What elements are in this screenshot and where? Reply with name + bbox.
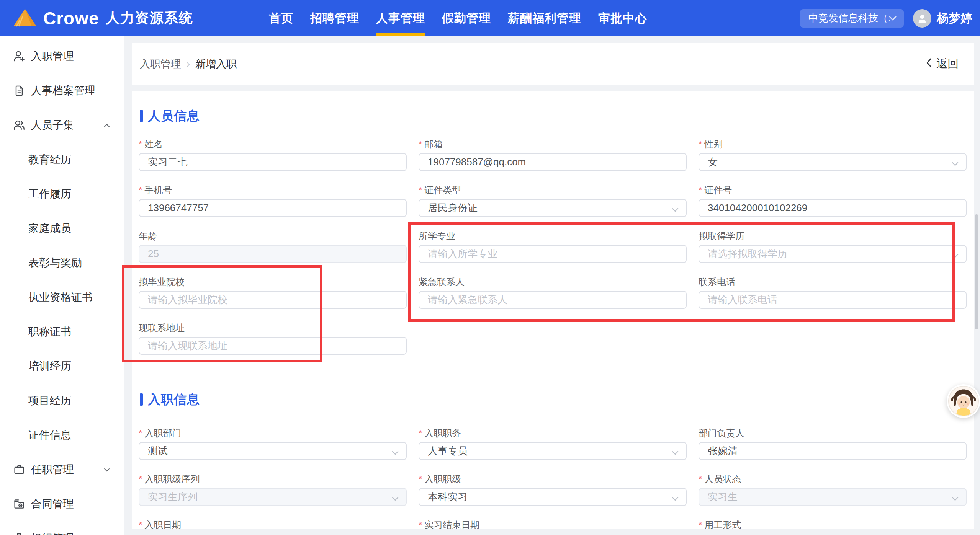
education-select[interactable]: 请选择拟取得学历 xyxy=(699,245,967,263)
sidebar-item-training[interactable]: 培训经历 xyxy=(0,349,124,383)
nav-item-recruit[interactable]: 招聘管理 xyxy=(310,0,359,36)
person-info-grid: *姓名 实习二七 *邮箱 1907798587@qq.com *性别 女 *手机… xyxy=(139,138,967,355)
sidebar-item-projects[interactable]: 项目经历 xyxy=(0,383,124,418)
sidebar-item-awards[interactable]: 表彰与奖励 xyxy=(0,246,124,280)
sidebar-item-education[interactable]: 教育经历 xyxy=(0,142,124,177)
back-button[interactable]: 返回 xyxy=(925,56,959,72)
address-input[interactable]: 请输入现联系地址 xyxy=(139,337,407,355)
sidebar-item-org-mgmt[interactable]: 组织管理 xyxy=(0,521,124,535)
section-title-onboard-info: 入职信息 xyxy=(140,391,967,408)
briefcase-icon xyxy=(13,463,26,476)
field-employment-type: *用工形式 xyxy=(699,519,967,529)
person-status-select: 实习生 xyxy=(699,488,967,506)
emergency-contact-input[interactable]: 请输入紧急联系人 xyxy=(419,291,687,309)
contact-phone-input[interactable]: 请输入联系电话 xyxy=(699,291,967,309)
topbar-right: 中竞发信息科技（... 杨梦婷 xyxy=(800,0,972,36)
company-select[interactable]: 中竞发信息科技（... xyxy=(800,9,904,28)
age-input: 25 xyxy=(139,245,407,263)
nav-item-compensation[interactable]: 薪酬福利管理 xyxy=(508,0,581,36)
chevron-down-icon xyxy=(392,494,399,501)
email-input[interactable]: 1907798587@qq.com xyxy=(419,153,687,171)
chevron-down-icon xyxy=(952,160,959,166)
manager-input[interactable]: 张婉清 xyxy=(699,442,967,460)
required-asterisk: * xyxy=(139,474,142,484)
field-name: *姓名 实习二七 xyxy=(139,138,407,171)
brand-logo: Crowe 人力资源系统 xyxy=(13,0,193,36)
assistant-avatar[interactable] xyxy=(947,384,980,418)
required-asterisk: * xyxy=(139,185,142,196)
company-name: 中竞发信息科技（... xyxy=(808,11,890,25)
level-select[interactable]: 本科实习 xyxy=(419,488,687,506)
cartoon-girl-icon xyxy=(947,385,980,417)
document-icon xyxy=(13,84,26,97)
field-phone: *手机号 13966747757 xyxy=(139,184,407,217)
sidebar-item-certificates[interactable]: 证件信息 xyxy=(0,418,124,452)
required-asterisk: * xyxy=(699,474,702,484)
user-add-icon xyxy=(13,50,26,63)
sidebar-item-practice-cert[interactable]: 执业资格证书 xyxy=(0,280,124,315)
nav-item-personnel[interactable]: 人事管理 xyxy=(376,0,425,36)
sidebar-item-work-history[interactable]: 工作履历 xyxy=(0,177,124,211)
sidebar-item-contract-mgmt[interactable]: 合同管理 xyxy=(0,487,124,521)
chevron-left-icon xyxy=(925,58,933,70)
contract-icon xyxy=(13,497,26,511)
nav-item-attendance[interactable]: 假勤管理 xyxy=(442,0,491,36)
field-education: 拟取得学历 请选择拟取得学历 xyxy=(699,230,967,263)
level-sequence-select: 实习生序列 xyxy=(139,488,407,506)
chevron-down-icon xyxy=(672,494,679,501)
sidebar-item-hr-archives[interactable]: 人事档案管理 xyxy=(0,73,124,108)
field-internship-end-date: *实习结束日期 xyxy=(419,519,687,529)
department-select[interactable]: 测试 xyxy=(139,442,407,460)
required-asterisk: * xyxy=(699,139,702,150)
field-email: *邮箱 1907798587@qq.com xyxy=(419,138,687,171)
sidebar: 入职管理 人事档案管理 人员子集 教育经历 工作履历 家庭成员 表彰与奖励 执 xyxy=(0,36,124,535)
sidebar-item-family[interactable]: 家庭成员 xyxy=(0,211,124,246)
breadcrumb-bar: 入职管理 › 新增入职 返回 xyxy=(132,43,974,85)
field-department: *入职部门 测试 xyxy=(139,427,407,460)
sidebar-item-person-subset[interactable]: 人员子集 xyxy=(0,108,124,142)
required-asterisk: * xyxy=(419,520,422,529)
required-asterisk: * xyxy=(419,474,422,484)
sidebar-item-title-cert[interactable]: 职称证书 xyxy=(0,315,124,349)
position-select[interactable]: 人事专员 xyxy=(419,442,687,460)
school-input[interactable]: 请输入拟毕业院校 xyxy=(139,291,407,309)
phone-input[interactable]: 13966747757 xyxy=(139,199,407,217)
field-level-sequence: *入职职级序列 实习生序列 xyxy=(139,473,407,506)
page-scrollbar[interactable] xyxy=(975,214,978,329)
main-nav: 首页 招聘管理 人事管理 假勤管理 薪酬福利管理 审批中心 xyxy=(269,0,647,36)
required-asterisk: * xyxy=(139,428,142,439)
required-asterisk: * xyxy=(699,185,702,196)
field-position: *入职职务 人事专员 xyxy=(419,427,687,460)
section-title-person-info: 人员信息 xyxy=(140,108,967,124)
field-contact-phone: 联系电话 请输入联系电话 xyxy=(699,276,967,309)
users-icon xyxy=(13,119,26,132)
required-asterisk: * xyxy=(139,139,142,150)
nav-item-approval[interactable]: 审批中心 xyxy=(598,0,647,36)
sidebar-item-onboarding[interactable]: 入职管理 xyxy=(0,39,124,73)
chevron-down-icon xyxy=(672,449,679,455)
id-number-input[interactable]: 340104200010102269 xyxy=(699,199,967,217)
field-person-status: *人员状态 实习生 xyxy=(699,473,967,506)
onboard-info-grid: *入职部门 测试 *入职职务 人事专员 部门负责人 张婉清 *入职职级序列 实习… xyxy=(139,427,967,529)
name-input[interactable]: 实习二七 xyxy=(139,153,407,171)
user-menu[interactable]: 杨梦婷 xyxy=(913,9,972,28)
top-navbar: Crowe 人力资源系统 首页 招聘管理 人事管理 假勤管理 薪酬福利管理 审批… xyxy=(0,0,980,36)
field-age: 年龄 25 xyxy=(139,230,407,263)
sidebar-item-position-mgmt[interactable]: 任职管理 xyxy=(0,452,124,487)
id-type-select[interactable]: 居民身份证 xyxy=(419,199,687,217)
field-level: *入职职级 本科实习 xyxy=(419,473,687,506)
section-bar xyxy=(140,393,143,406)
major-input[interactable]: 请输入所学专业 xyxy=(419,245,687,263)
chevron-down-icon xyxy=(952,251,959,258)
field-id-number: *证件号 340104200010102269 xyxy=(699,184,967,217)
gender-select[interactable]: 女 xyxy=(699,153,967,171)
field-school: 拟毕业院校 请输入拟毕业院校 xyxy=(139,276,407,309)
field-gender: *性别 女 xyxy=(699,138,967,171)
nav-item-home[interactable]: 首页 xyxy=(269,0,293,36)
breadcrumb-separator: › xyxy=(187,58,190,70)
field-address: 现联系地址 请输入现联系地址 xyxy=(139,321,407,355)
onboarding-form-card: 人员信息 *姓名 实习二七 *邮箱 1907798587@qq.com *性别 … xyxy=(132,91,974,529)
chevron-up-icon xyxy=(102,121,111,130)
org-icon xyxy=(13,532,26,535)
breadcrumb-onboarding[interactable]: 入职管理 xyxy=(140,57,181,71)
